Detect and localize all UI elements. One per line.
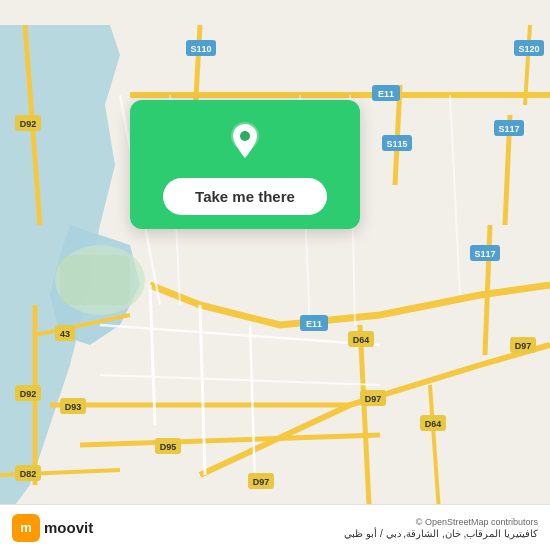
svg-text:D64: D64 <box>353 335 370 345</box>
take-me-there-button[interactable]: Take me there <box>163 178 327 215</box>
moovit-logo: m moovit <box>12 514 93 542</box>
svg-text:D97: D97 <box>253 477 270 487</box>
svg-text:D92: D92 <box>20 119 37 129</box>
location-card: Take me there <box>130 100 360 229</box>
svg-text:S115: S115 <box>386 139 407 149</box>
location-pin-icon <box>223 120 267 164</box>
map-container: E11 E11 S110 S115 S117 S117 S120 D92 D92… <box>0 0 550 550</box>
location-label: كافيتيريا المرقاب, خان, الشارقة, دبي / أ… <box>344 528 538 539</box>
moovit-logo-text: moovit <box>44 519 93 536</box>
svg-text:D93: D93 <box>65 402 82 412</box>
svg-text:D97: D97 <box>365 394 382 404</box>
svg-text:S120: S120 <box>518 44 539 54</box>
moovit-icon: m <box>12 514 40 542</box>
svg-text:D97: D97 <box>515 341 532 351</box>
svg-text:D64: D64 <box>425 419 442 429</box>
svg-text:S110: S110 <box>190 44 211 54</box>
svg-text:D82: D82 <box>20 469 37 479</box>
svg-text:D92: D92 <box>20 389 37 399</box>
svg-text:E11: E11 <box>306 319 322 329</box>
svg-rect-2 <box>60 255 130 305</box>
bottom-bar: m moovit © OpenStreetMap contributors كا… <box>0 504 550 550</box>
svg-text:D95: D95 <box>160 442 177 452</box>
svg-text:43: 43 <box>60 329 70 339</box>
osm-attribution: © OpenStreetMap contributors <box>416 517 538 527</box>
svg-text:S117: S117 <box>474 249 495 259</box>
svg-text:E11: E11 <box>378 89 394 99</box>
svg-point-64 <box>240 131 250 141</box>
svg-text:S117: S117 <box>498 124 519 134</box>
